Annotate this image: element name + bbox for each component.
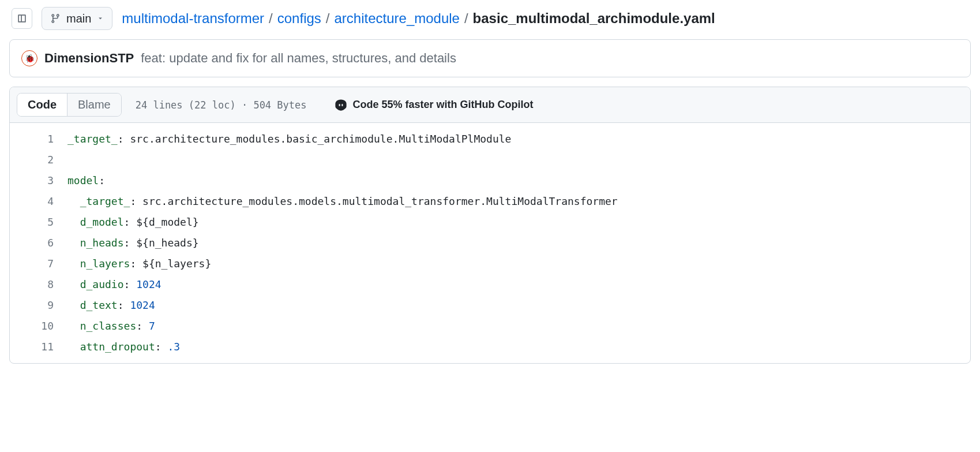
breadcrumb-separator: / bbox=[266, 10, 275, 27]
breadcrumb: multimodal-transformer / configs / archi… bbox=[122, 10, 715, 27]
view-tabs: Code Blame bbox=[17, 93, 122, 117]
copilot-icon bbox=[335, 99, 347, 111]
side-panel-icon bbox=[17, 13, 27, 24]
code-line[interactable]: model: bbox=[67, 170, 970, 191]
line-number[interactable]: 2 bbox=[10, 150, 54, 170]
code-line[interactable] bbox=[67, 150, 970, 170]
breadcrumb-current-file: basic_multimodal_archimodule.yaml bbox=[473, 10, 715, 27]
toggle-file-tree-button[interactable] bbox=[12, 8, 32, 29]
line-number-gutter: 1234567891011 bbox=[10, 129, 67, 357]
avatar: 🐞 bbox=[21, 50, 37, 66]
copilot-promo-text: Code 55% faster with GitHub Copilot bbox=[353, 99, 534, 111]
code-line[interactable]: d_text: 1024 bbox=[67, 295, 970, 316]
line-number[interactable]: 7 bbox=[10, 253, 54, 274]
breadcrumb-separator: / bbox=[462, 10, 471, 27]
caret-down-icon bbox=[97, 15, 104, 22]
branch-select-button[interactable]: main bbox=[42, 7, 112, 30]
line-number[interactable]: 6 bbox=[10, 233, 54, 253]
tab-blame[interactable]: Blame bbox=[67, 94, 121, 116]
copilot-promo[interactable]: Code 55% faster with GitHub Copilot bbox=[335, 99, 534, 111]
code-area[interactable]: 1234567891011 _target_: src.architecture… bbox=[10, 123, 970, 363]
code-line[interactable]: d_audio: 1024 bbox=[67, 274, 970, 295]
line-number[interactable]: 9 bbox=[10, 295, 54, 316]
code-line[interactable]: d_model: ${d_model} bbox=[67, 212, 970, 233]
code-line[interactable]: _target_: src.architecture_modules.model… bbox=[67, 191, 970, 212]
breadcrumb-link-configs[interactable]: configs bbox=[277, 10, 321, 27]
line-number[interactable]: 3 bbox=[10, 170, 54, 191]
file-stats: 24 lines (22 loc) · 504 Bytes bbox=[136, 99, 307, 111]
git-branch-icon bbox=[50, 13, 61, 24]
breadcrumb-separator: / bbox=[324, 10, 332, 27]
latest-commit-box[interactable]: 🐞 DimensionSTP feat: update and fix for … bbox=[9, 39, 971, 77]
line-number[interactable]: 4 bbox=[10, 191, 54, 212]
line-number[interactable]: 1 bbox=[10, 129, 54, 150]
file-toolbar: Code Blame 24 lines (22 loc) · 504 Bytes… bbox=[10, 87, 970, 123]
line-number[interactable]: 8 bbox=[10, 274, 54, 295]
line-number[interactable]: 11 bbox=[10, 337, 54, 357]
commit-author[interactable]: DimensionSTP bbox=[44, 51, 134, 66]
code-line[interactable]: n_heads: ${n_heads} bbox=[67, 233, 970, 253]
tab-code[interactable]: Code bbox=[17, 94, 67, 116]
code-line[interactable]: _target_: src.architecture_modules.basic… bbox=[67, 129, 970, 150]
branch-name: main bbox=[66, 12, 91, 25]
commit-message[interactable]: feat: update and fix for all names, stru… bbox=[141, 51, 456, 66]
breadcrumb-link-architecture-module[interactable]: architecture_module bbox=[334, 10, 459, 27]
code-line[interactable]: n_classes: 7 bbox=[67, 316, 970, 337]
breadcrumb-link-repo[interactable]: multimodal-transformer bbox=[122, 10, 264, 27]
line-number[interactable]: 5 bbox=[10, 212, 54, 233]
line-number[interactable]: 10 bbox=[10, 316, 54, 337]
code-line[interactable]: n_layers: ${n_layers} bbox=[67, 253, 970, 274]
file-view: Code Blame 24 lines (22 loc) · 504 Bytes… bbox=[9, 87, 971, 364]
code-line[interactable]: attn_dropout: .3 bbox=[67, 337, 970, 357]
code-lines[interactable]: _target_: src.architecture_modules.basic… bbox=[67, 129, 970, 357]
